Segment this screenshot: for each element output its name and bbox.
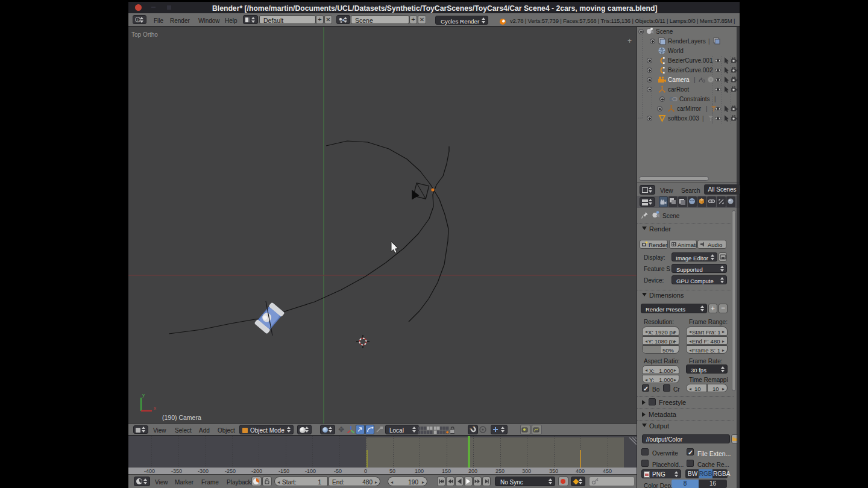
svg-text:x: x — [154, 405, 156, 411]
svg-text:y: y — [142, 392, 145, 398]
